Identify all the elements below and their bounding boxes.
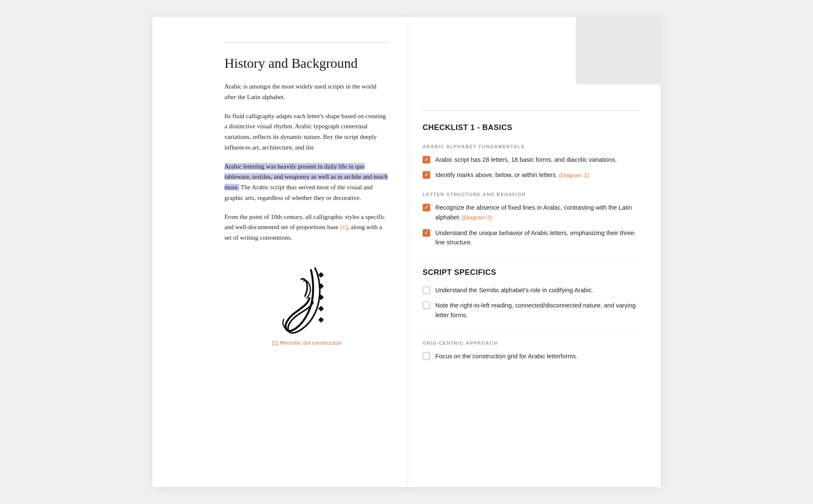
- checkbox-1[interactable]: [423, 156, 430, 163]
- checkbox-4[interactable]: [423, 229, 430, 237]
- paragraph-4: From the point of 10th century, all call…: [224, 212, 390, 243]
- figure-caption: [1] Rhombic dot construction: [272, 340, 342, 346]
- checklist-text-ss1: Understand the Semitic alphabet's role i…: [435, 285, 594, 295]
- checklist-text-2: Identify marks above, below, or within l…: [435, 170, 589, 180]
- checklist-item-ss1: Understand the Semitic alphabet's role i…: [423, 285, 639, 295]
- checkbox-ss2[interactable]: [423, 302, 430, 309]
- checklist-title: CHECKLIST 1 - BASICS: [423, 123, 639, 132]
- section-divider: [423, 259, 639, 260]
- section-label-fundamentals: ARABIC ALPHABET FUNDAMENTALS: [423, 144, 639, 149]
- checklist-text-gc1: Focus on the construction grid for Arabi…: [435, 352, 578, 361]
- top-divider: [224, 42, 390, 43]
- figure-area: [1] Rhombic dot construction: [224, 252, 390, 354]
- section-grid-centric: GRID-CENTRIC APPROACH Focus on the const…: [423, 341, 639, 361]
- checklist-item-2: Identify marks above, below, or within l…: [423, 170, 639, 180]
- right-divider: [423, 110, 639, 111]
- highlighted-text: Arabic lettering was heavily present in …: [224, 163, 388, 191]
- footnote-link[interactable]: [1]: [340, 224, 348, 230]
- checklist-item-gc1: Focus on the construction grid for Arabi…: [423, 352, 639, 361]
- checklist-container: CHECKLIST 1 - BASICS ARABIC ALPHABET FUN…: [423, 110, 639, 361]
- paragraph-2: Its fluid calligraphy adapts each letter…: [224, 111, 390, 153]
- checkbox-2[interactable]: [423, 171, 430, 179]
- checkbox-gc1[interactable]: [423, 352, 430, 360]
- top-image: [576, 17, 661, 85]
- script-specifics-title: SCRIPT SPECIFICS: [423, 268, 639, 277]
- page-container: History and Background Arabic is amongst…: [152, 17, 661, 487]
- checklist-text-4: Understand the unique behavior of Arabic…: [435, 228, 639, 247]
- checklist-item-1: Arabic script has 28 letters, 18 basic f…: [423, 155, 639, 164]
- calligraphy-illustration: [273, 260, 341, 336]
- checkbox-ss1[interactable]: [423, 286, 430, 294]
- svg-marker-5: [318, 272, 324, 277]
- diagram-link-1[interactable]: [Diagram 1]: [559, 172, 589, 178]
- checklist-text-1: Arabic script has 28 letters, 18 basic f…: [435, 155, 617, 164]
- section-letter-structure: LETTER STRUCTURE AND BEHAVIOR Recognize …: [423, 192, 639, 247]
- checklist-text-3: Recognize the absence of fixed lines in …: [435, 203, 639, 222]
- svg-marker-9: [318, 317, 324, 322]
- right-panel: CHECKLIST 1 - BASICS ARABIC ALPHABET FUN…: [406, 17, 661, 487]
- section-label-grid: GRID-CENTRIC APPROACH: [423, 341, 639, 346]
- section-arabic-fundamentals: ARABIC ALPHABET FUNDAMENTALS Arabic scri…: [423, 144, 639, 180]
- svg-marker-8: [318, 306, 324, 311]
- checklist-item-ss2: Note the right-to-left reading, connecte…: [423, 301, 639, 320]
- section-script-specifics: SCRIPT SPECIFICS Understand the Semitic …: [423, 268, 639, 320]
- checklist-item-3: Recognize the absence of fixed lines in …: [423, 203, 639, 222]
- paragraph-1: Arabic is amongst the most widely used s…: [224, 81, 390, 102]
- checkbox-3[interactable]: [423, 204, 430, 211]
- checklist-text-ss2: Note the right-to-left reading, connecte…: [435, 301, 639, 320]
- left-panel: History and Background Arabic is amongst…: [152, 17, 406, 487]
- paragraph-3: Arabic lettering was heavily present in …: [224, 161, 390, 203]
- checklist-item-4: Understand the unique behavior of Arabic…: [423, 228, 639, 247]
- section-label-structure: LETTER STRUCTURE AND BEHAVIOR: [423, 192, 639, 197]
- page-title: History and Background: [224, 55, 390, 71]
- section-divider-2: [423, 332, 639, 332]
- diagram-link-2[interactable]: [Diagram 2]: [462, 214, 492, 221]
